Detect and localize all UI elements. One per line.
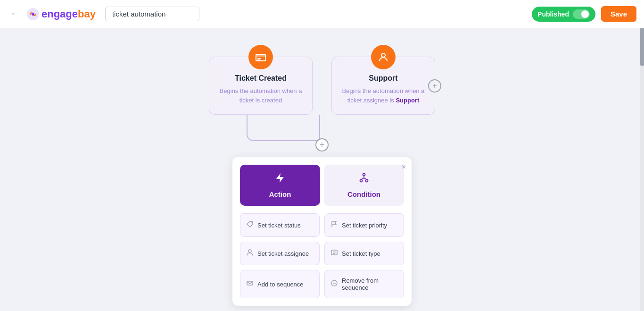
svg-point-15 (248, 250, 251, 252)
add-step-button[interactable]: + (315, 138, 329, 151)
action-set-ticket-priority[interactable]: Set ticket priority (324, 213, 404, 237)
tab-condition[interactable]: Condition (324, 165, 404, 206)
bolt-icon (274, 172, 286, 184)
svg-point-1 (32, 13, 34, 16)
action-tab-icon (274, 172, 286, 186)
remove-icon (330, 279, 338, 289)
ticket-icon (255, 51, 267, 63)
condition-tab-icon (358, 172, 370, 186)
panel-close-button[interactable]: × (402, 163, 406, 171)
flag-icon (330, 220, 338, 230)
trigger-icon-ticket-created (248, 45, 273, 69)
logo-icon (26, 8, 40, 21)
person-icon (246, 249, 254, 258)
action-label-add-sequence: Add to sequence (257, 281, 304, 288)
svg-point-6 (381, 53, 385, 57)
connections-area: + (0, 115, 644, 157)
svg-rect-19 (247, 281, 253, 285)
automation-title-input[interactable] (105, 7, 199, 21)
action-label-status: Set ticket status (257, 222, 301, 229)
svg-marker-7 (276, 173, 284, 183)
scrollbar[interactable] (640, 0, 644, 311)
support-icon (377, 51, 389, 63)
published-toggle[interactable]: Published (532, 7, 595, 22)
mail-icon (246, 279, 254, 289)
action-label-priority: Set ticket priority (342, 222, 387, 229)
action-tab-label: Action (269, 190, 291, 198)
header-right: Published Save (532, 6, 636, 22)
action-label-type: Set ticket type (342, 250, 380, 257)
svg-line-13 (364, 178, 367, 180)
canvas: Ticket Created Begins the automation whe… (0, 28, 644, 311)
tag-icon (246, 220, 254, 230)
svg-rect-16 (331, 250, 337, 255)
branch-icon (358, 172, 370, 184)
panel-tabs: Action Condition (232, 157, 412, 206)
back-icon: ← (10, 9, 19, 19)
add-trigger-button[interactable]: + (428, 79, 441, 92)
header: ← engagebay Published Save (0, 0, 644, 28)
trigger-desc-ticket-created: Begins the automation when a ticket is c… (217, 86, 305, 105)
action-set-ticket-assignee[interactable]: Set ticket assignee (240, 242, 320, 265)
action-set-ticket-status[interactable]: Set ticket status (240, 213, 320, 237)
trigger-card-ticket-created[interactable]: Ticket Created Begins the automation whe… (209, 57, 313, 115)
toggle-knob[interactable] (573, 9, 590, 19)
svg-point-8 (363, 174, 365, 176)
published-label: Published (537, 10, 569, 18)
condition-tab-label: Condition (347, 190, 380, 198)
save-button[interactable]: Save (601, 6, 636, 22)
action-set-ticket-type[interactable]: Set ticket type (324, 242, 404, 265)
tab-action[interactable]: Action (240, 165, 320, 206)
action-add-to-sequence[interactable]: Add to sequence (240, 270, 320, 298)
trigger-card-support[interactable]: Support Begins the automation when a tic… (331, 57, 435, 115)
trigger-icon-support (371, 45, 396, 69)
back-button[interactable]: ← (8, 7, 22, 21)
action-label-assignee: Set ticket assignee (257, 250, 309, 257)
svg-line-12 (361, 178, 364, 180)
svg-rect-3 (256, 54, 265, 57)
logo: engagebay (26, 8, 96, 21)
panel-actions-grid: Set ticket status Set ticket priority Se… (232, 206, 412, 306)
trigger-desc-support: Begins the automation when a ticket assi… (339, 86, 427, 105)
svg-point-9 (360, 180, 363, 182)
action-panel: × Action (232, 157, 412, 306)
trigger-title-ticket-created: Ticket Created (217, 74, 305, 83)
action-label-remove-sequence: Remove from sequence (342, 277, 398, 291)
logo-text: engagebay (41, 8, 96, 20)
trigger-title-support: Support (339, 74, 427, 83)
triggers-row: Ticket Created Begins the automation whe… (0, 28, 644, 115)
list-icon (330, 249, 338, 258)
svg-point-10 (366, 180, 368, 182)
svg-point-14 (251, 222, 252, 223)
action-remove-from-sequence[interactable]: Remove from sequence (324, 270, 404, 298)
